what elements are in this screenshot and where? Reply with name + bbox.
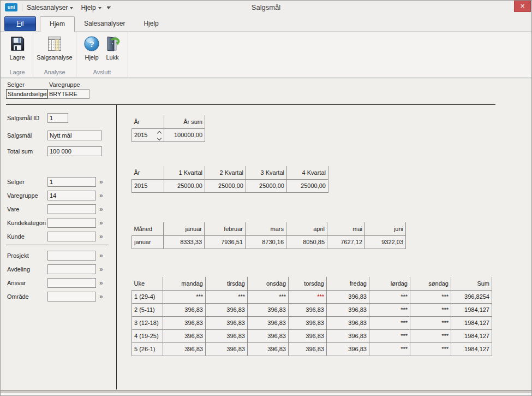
lookup-button-kundekategori[interactable]: » [99,218,103,227]
value-cell[interactable]: *** [410,303,451,316]
field-avdeling[interactable] [47,264,96,274]
value-cell[interactable]: *** [206,290,248,303]
value-cell[interactable]: 1984,127 [451,329,492,342]
value-cell[interactable]: *** [410,329,451,342]
value-cell[interactable]: 8333,33 [164,235,205,249]
qat-customize-button[interactable] [107,6,111,9]
value-cell[interactable]: 7936,51 [205,235,246,249]
lookup-button-kunde[interactable]: » [99,232,103,241]
value-cell[interactable]: 8730,16 [246,235,286,249]
lookup-button-selger[interactable]: » [99,178,103,186]
value-cell[interactable]: 396,83 [248,303,289,316]
value-cell[interactable]: *** [410,290,451,303]
value-cell[interactable]: 396,83 [327,316,369,329]
field-salgsmal[interactable]: Nytt mål [47,131,102,140]
value-cell[interactable]: 396,83 [327,342,369,356]
value-cell[interactable]: 396,83 [206,316,248,329]
row-label-cell[interactable]: 3 (12-18) [132,316,163,329]
value-cell[interactable]: 396,83 [248,316,289,329]
value-cell[interactable]: 396,83 [163,316,206,329]
field-omrade[interactable] [47,292,96,302]
lookup-button-avdeling[interactable]: » [99,265,103,274]
value-cell[interactable]: 396,83 [206,303,248,316]
value-cell[interactable]: 25000,00 [287,179,328,192]
value-cell[interactable]: 1984,127 [451,316,492,329]
horizontal-divider [6,104,495,105]
value-cell[interactable]: 396,83 [327,329,369,342]
value-cell[interactable]: 396,83 [289,329,327,342]
value-cell[interactable]: 396,83 [289,316,327,329]
field-varegruppe[interactable]: 14 [47,191,96,200]
row-label-cell[interactable]: 1 (29-4) [132,290,163,303]
value-cell[interactable]: 396,83 [248,329,289,342]
value-cell[interactable]: *** [369,342,410,356]
hjelp-button[interactable]: ?Hjelp [81,34,102,62]
field-vare[interactable] [47,204,96,214]
value-cell[interactable]: 396,83 [289,303,327,316]
spin-up-button[interactable] [157,131,161,135]
value-cell[interactable]: *** [369,303,410,316]
qat-menu-salesanalyser[interactable]: Salesanalyser [27,4,73,11]
row-label-cell[interactable]: januar [132,235,164,249]
value-cell[interactable]: 396,83 [289,342,327,356]
value-cell[interactable]: 25000,00 [164,179,205,192]
lagre-button[interactable]: Lagre [7,34,28,62]
value-cell[interactable]: 100000,00 [164,128,205,141]
value-cell[interactable]: *** [163,290,206,303]
value-cell[interactable]: 7627,12 [327,235,365,249]
row-label-cell[interactable]: 2015 [132,128,164,141]
qat-menu-hjelp[interactable]: Hjelp [81,4,101,11]
value-cell[interactable]: 25000,00 [246,179,287,192]
tab-hjelp[interactable]: Hjelp [134,16,168,31]
column-header-1-kvartal: 1 Kvartal [164,166,205,179]
tab-hjem[interactable]: Hjem [40,16,75,32]
field-salgsmal-id[interactable]: 1 [47,113,68,123]
value-cell[interactable]: 396,83 [163,342,206,356]
value-cell[interactable]: 8050,85 [286,235,327,249]
value-cell[interactable]: *** [248,290,289,303]
value-cell[interactable]: 396,83 [327,290,369,303]
lookup-button-prosjekt[interactable]: » [99,251,103,260]
varegruppe-context-field[interactable]: BRYTERE [47,89,89,99]
ribbon-button-label: Lukk [106,52,118,61]
row-label-cell[interactable]: 2015 [132,179,164,192]
value-cell[interactable]: *** [410,342,451,356]
close-button[interactable]: ✕ [514,1,531,12]
value-cell[interactable]: *** [369,290,410,303]
field-kunde[interactable] [47,232,96,241]
tab-salesanalyser[interactable]: Salesanalyser [75,16,134,31]
value-cell[interactable]: *** [369,329,410,342]
field-prosjekt[interactable] [47,251,96,261]
selger-context-field[interactable]: Standardselger [6,89,47,99]
row-label-cell[interactable]: 4 (19-25) [132,329,163,342]
row-label-cell[interactable]: 2 (5-11) [132,303,163,316]
field-selger[interactable]: 1 [47,177,96,187]
salgsanalyse-button[interactable]: Salgsanalyse [35,34,74,62]
lookup-button-ansvar[interactable]: » [99,279,103,287]
field-kundekategori[interactable] [47,218,96,228]
value-cell[interactable]: 396,8254 [451,290,492,303]
value-cell[interactable]: 396,83 [206,342,248,356]
lookup-button-varegruppe[interactable]: » [99,191,103,200]
value-cell[interactable]: *** [410,316,451,329]
value-cell[interactable]: 396,83 [163,329,206,342]
value-cell[interactable]: *** [369,316,410,329]
lookup-button-vare[interactable]: » [99,205,103,214]
field-label: Salgsmål ID [7,113,39,123]
value-cell[interactable]: 396,83 [206,329,248,342]
value-cell[interactable]: 25000,00 [205,179,246,192]
lukk-button[interactable]: Lukk [102,34,123,62]
value-cell[interactable]: 396,83 [248,342,289,356]
field-ansvar[interactable] [47,278,96,288]
row-label-cell[interactable]: 5 (26-1) [132,342,163,356]
value-cell[interactable]: *** [289,290,327,303]
value-cell[interactable]: 9322,03 [365,235,406,249]
lookup-button-omrade[interactable]: » [99,292,103,301]
value-cell[interactable]: 396,83 [327,303,369,316]
file-tab-button[interactable]: Fil [4,16,36,31]
value-cell[interactable]: 1984,127 [451,342,492,356]
value-cell[interactable]: 1984,127 [451,303,492,316]
value-cell[interactable]: 396,83 [163,303,206,316]
field-total-sum[interactable]: 100 000 [47,146,102,156]
spin-down-button[interactable] [157,135,161,140]
